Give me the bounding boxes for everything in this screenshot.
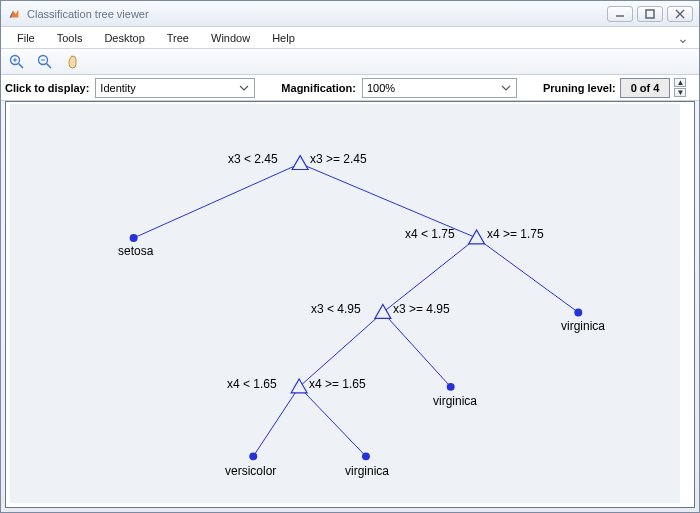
pan-button[interactable]: [63, 52, 83, 72]
split-left-n3: x4 < 1.65: [227, 377, 277, 391]
window-controls: [607, 6, 693, 22]
app-window: Classification tree viewer File Tools De…: [0, 0, 700, 513]
split-right-n2: x3 >= 4.95: [393, 302, 450, 316]
titlebar: Classification tree viewer: [1, 1, 699, 27]
magnification-select[interactable]: 100%: [362, 78, 517, 98]
magnification-select-value: 100%: [367, 82, 395, 94]
leaf-label-l1: virginica: [561, 319, 605, 333]
leaf-label-l4: virginica: [345, 464, 389, 478]
split-right-n0: x3 >= 2.45: [310, 152, 367, 166]
leaf-label-l0: setosa: [118, 244, 153, 258]
menu-help[interactable]: Help: [262, 30, 305, 46]
split-left-n0: x3 < 2.45: [228, 152, 278, 166]
minimize-button[interactable]: [607, 6, 633, 22]
tree-labels: x3 < 2.45 x3 >= 2.45 x4 < 1.75 x4 >= 1.7…: [10, 104, 680, 503]
menu-file[interactable]: File: [7, 30, 45, 46]
pruning-up-button[interactable]: ▲: [674, 78, 686, 87]
svg-line-11: [47, 63, 52, 68]
zoom-in-button[interactable]: [7, 52, 27, 72]
pruning-label: Pruning level:: [543, 82, 616, 94]
menu-more-icon[interactable]: ⌄: [675, 30, 693, 46]
split-left-n1: x4 < 1.75: [405, 227, 455, 241]
tree-canvas[interactable]: x3 < 2.45 x3 >= 2.45 x4 < 1.75 x4 >= 1.7…: [10, 104, 680, 503]
matlab-icon: [7, 7, 21, 21]
toolbar: [1, 49, 699, 75]
chevron-down-icon: [237, 81, 251, 95]
menu-window[interactable]: Window: [201, 30, 260, 46]
canvas-frame: x3 < 2.45 x3 >= 2.45 x4 < 1.75 x4 >= 1.7…: [5, 101, 695, 508]
pruning-value: 0 of 4: [631, 82, 660, 94]
display-select-value: Identity: [100, 82, 135, 94]
window-title: Classification tree viewer: [27, 8, 607, 20]
svg-rect-3: [646, 10, 654, 18]
maximize-button[interactable]: [637, 6, 663, 22]
split-right-n1: x4 >= 1.75: [487, 227, 544, 241]
pruning-value-box: 0 of 4: [620, 78, 671, 98]
menubar: File Tools Desktop Tree Window Help ⌄: [1, 27, 699, 49]
menu-tools[interactable]: Tools: [47, 30, 93, 46]
menu-desktop[interactable]: Desktop: [94, 30, 154, 46]
svg-line-7: [19, 63, 24, 68]
menu-tree[interactable]: Tree: [157, 30, 199, 46]
chevron-down-icon: [499, 81, 513, 95]
display-select[interactable]: Identity: [95, 78, 255, 98]
zoom-out-button[interactable]: [35, 52, 55, 72]
leaf-label-l3: versicolor: [225, 464, 276, 478]
pruning-down-button[interactable]: ▼: [674, 88, 686, 97]
pruning-spinner: ▲ ▼: [674, 78, 686, 97]
close-button[interactable]: [667, 6, 693, 22]
magnification-label: Magnification:: [281, 82, 356, 94]
display-label: Click to display:: [5, 82, 89, 94]
split-right-n3: x4 >= 1.65: [309, 377, 366, 391]
controls-bar: Click to display: Identity Magnification…: [1, 75, 699, 101]
leaf-label-l2: virginica: [433, 394, 477, 408]
split-left-n2: x3 < 4.95: [311, 302, 361, 316]
